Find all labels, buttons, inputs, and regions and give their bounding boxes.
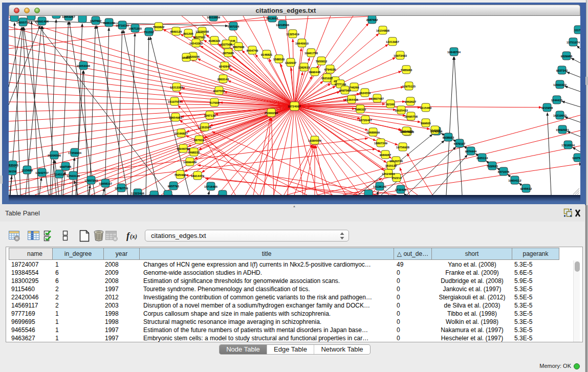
- svg-text:(x): (x): [130, 233, 137, 240]
- svg-text:891295: 891295: [183, 32, 193, 35]
- svg-text:18495758: 18495758: [404, 115, 418, 118]
- svg-text:114519: 114519: [54, 173, 64, 176]
- svg-text:9327503: 9327503: [194, 36, 206, 39]
- svg-text:8938923: 8938923: [443, 136, 454, 139]
- svg-text:1322037: 1322037: [285, 61, 297, 64]
- svg-text:10653267: 10653267: [62, 16, 75, 18]
- svg-text:252214: 252214: [391, 177, 402, 180]
- svg-text:12975125: 12975125: [402, 85, 416, 88]
- svg-text:7625402: 7625402: [175, 173, 186, 177]
- svg-text:2803144: 2803144: [217, 78, 229, 81]
- svg-text:13524851: 13524851: [382, 172, 396, 176]
- svg-text:8813054: 8813054: [267, 17, 278, 20]
- svg-text:19654983: 19654983: [169, 116, 183, 119]
- svg-text:3875685: 3875685: [223, 52, 234, 55]
- svg-text:10958107: 10958107: [99, 182, 112, 185]
- svg-text:98901: 98901: [182, 56, 191, 59]
- svg-text:11325419: 11325419: [286, 33, 299, 36]
- svg-text:9084067: 9084067: [380, 154, 391, 157]
- svg-text:16914479: 16914479: [191, 174, 205, 178]
- svg-text:21364436: 21364436: [345, 98, 359, 101]
- svg-text:16120746: 16120746: [389, 160, 403, 163]
- svg-text:11353594: 11353594: [198, 126, 211, 129]
- svg-text:19756928: 19756928: [396, 146, 410, 149]
- svg-text:417006: 417006: [209, 101, 220, 104]
- svg-text:7986322: 7986322: [355, 108, 366, 111]
- svg-text:7357224: 7357224: [228, 25, 239, 28]
- svg-text:18724007: 18724007: [288, 105, 301, 108]
- svg-text:1621022: 1621022: [321, 77, 333, 80]
- svg-text:1244415: 1244415: [551, 99, 563, 102]
- svg-text:12323446: 12323446: [131, 192, 145, 195]
- svg-text:16154808: 16154808: [376, 29, 390, 32]
- svg-text:1835061: 1835061: [9, 164, 19, 167]
- svg-text:751552: 751552: [144, 31, 154, 34]
- svg-text:12213967: 12213967: [386, 40, 399, 43]
- svg-text:14055714: 14055714: [16, 21, 30, 24]
- svg-text:17359934: 17359934: [68, 151, 82, 155]
- svg-text:7663822: 7663822: [153, 26, 165, 29]
- svg-text:746266: 746266: [349, 86, 359, 89]
- svg-text:12942737: 12942737: [35, 171, 49, 174]
- svg-text:39159: 39159: [9, 170, 17, 173]
- svg-text:1733426: 1733426: [395, 188, 407, 191]
- svg-text:16046788: 16046788: [177, 147, 190, 150]
- svg-text:12213369: 12213369: [170, 86, 184, 89]
- svg-text:1588520: 1588520: [273, 58, 285, 61]
- svg-text:9777169: 9777169: [335, 83, 346, 86]
- svg-text:16033809: 16033809: [207, 16, 221, 19]
- svg-text:16671355: 16671355: [128, 27, 142, 30]
- svg-text:8427552: 8427552: [213, 90, 225, 93]
- svg-text:3498222: 3498222: [188, 151, 200, 154]
- svg-text:1167534: 1167534: [572, 157, 580, 160]
- svg-text:20206586: 20206586: [48, 154, 61, 157]
- svg-text:7955812: 7955812: [316, 60, 328, 63]
- svg-text:3215958: 3215958: [541, 106, 553, 110]
- svg-text:16961758: 16961758: [304, 52, 318, 55]
- svg-text:16640910: 16640910: [295, 42, 309, 45]
- svg-text:16782759: 16782759: [115, 187, 128, 190]
- svg-text:2935114: 2935114: [476, 157, 488, 160]
- svg-text:9227342: 9227342: [556, 69, 568, 72]
- svg-text:2087682: 2087682: [366, 18, 378, 21]
- svg-text:25300293: 25300293: [265, 112, 278, 115]
- svg-text:899605: 899605: [421, 122, 431, 125]
- svg-text:3624554: 3624554: [359, 92, 371, 95]
- svg-text:16543362: 16543362: [189, 42, 203, 45]
- svg-text:104095: 104095: [430, 129, 440, 132]
- svg-text:1615132: 1615132: [385, 164, 397, 167]
- svg-text:887833: 887833: [194, 139, 204, 142]
- svg-text:8990448: 8990448: [309, 71, 321, 74]
- svg-text:10807487: 10807487: [371, 97, 384, 100]
- svg-text:9329966: 9329966: [561, 55, 573, 58]
- svg-text:10648784: 10648784: [447, 51, 461, 54]
- svg-text:10025433: 10025433: [395, 109, 408, 112]
- svg-text:6497568: 6497568: [339, 89, 351, 92]
- svg-text:10973493: 10973493: [394, 54, 407, 57]
- svg-text:14099489: 14099489: [183, 161, 197, 164]
- svg-text:8186323: 8186323: [209, 39, 221, 42]
- svg-text:19218506: 19218506: [276, 24, 290, 27]
- svg-text:13226058: 13226058: [195, 30, 209, 33]
- svg-text:9327508: 9327508: [221, 43, 232, 46]
- svg-text:9657791: 9657791: [168, 185, 180, 188]
- svg-text:8660124: 8660124: [170, 30, 182, 33]
- svg-text:9463627: 9463627: [405, 100, 417, 103]
- svg-text:19654923: 19654923: [400, 130, 413, 133]
- svg-text:9474444: 9474444: [465, 150, 477, 153]
- svg-text:15720407: 15720407: [359, 119, 372, 122]
- svg-text:7485063: 7485063: [401, 69, 412, 72]
- svg-text:19384554: 19384554: [308, 139, 322, 142]
- svg-text:546: 546: [230, 39, 235, 42]
- svg-text:8471676: 8471676: [498, 170, 510, 173]
- svg-text:20053346: 20053346: [77, 64, 91, 68]
- svg-text:12503135: 12503135: [67, 174, 80, 178]
- svg-text:6794028: 6794028: [324, 68, 336, 71]
- svg-text:19166827: 19166827: [175, 132, 188, 135]
- svg-text:15692921: 15692921: [556, 128, 570, 132]
- svg-text:20691406: 20691406: [35, 20, 49, 23]
- svg-text:9115460: 9115460: [420, 106, 431, 110]
- svg-text:17016534: 17016534: [561, 144, 575, 147]
- svg-text:2867608: 2867608: [233, 46, 245, 49]
- svg-text:9146821: 9146821: [261, 53, 273, 56]
